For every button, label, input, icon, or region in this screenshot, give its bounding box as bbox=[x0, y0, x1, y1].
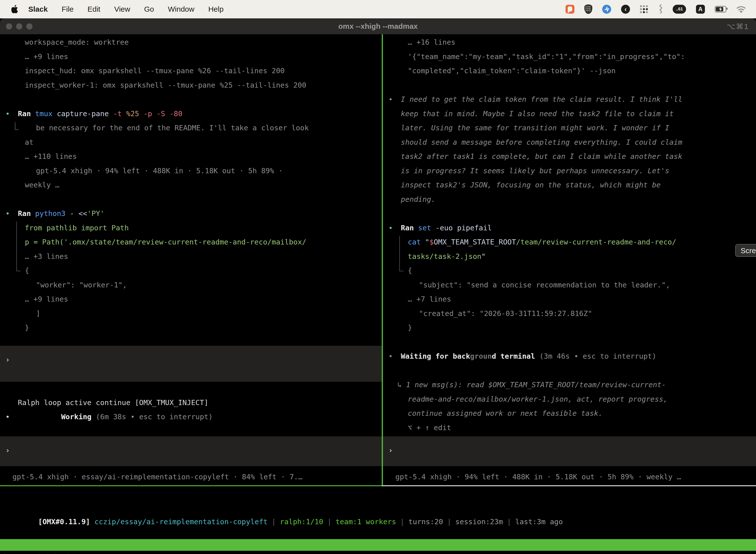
output-connector bbox=[399, 236, 403, 271]
terminal-line: should send a message before completing … bbox=[383, 135, 756, 150]
terminal-line: { bbox=[0, 264, 382, 278]
terminal-line: •Ran python3 - <<'PY' bbox=[0, 207, 382, 221]
omx-ralph: ralph:1/10 bbox=[280, 517, 323, 526]
prompt-input-line[interactable]: › Improve documentation in @filename bbox=[0, 443, 382, 458]
chevron-prompt-icon: › bbox=[5, 443, 10, 458]
terminal-line: "subject": "send a concise recommendatio… bbox=[383, 278, 756, 292]
working-label: Working bbox=[44, 410, 91, 424]
terminal-line: workspace_mode: worktree bbox=[0, 35, 382, 50]
terminal-line: tasks/task-2.json" bbox=[383, 250, 756, 264]
bullet-icon: • bbox=[388, 349, 393, 364]
terminal-line: weekly … bbox=[0, 178, 382, 192]
menu-item-slack[interactable]: Slack bbox=[28, 5, 48, 13]
screen: SlackFileEditViewGoWindowHelp ‹ ..61 A bbox=[0, 0, 756, 554]
terminal-content: workspace_mode: worktree… +9 linesinspec… bbox=[0, 34, 756, 554]
chevron-prompt-icon: › bbox=[5, 353, 10, 367]
speed-zap-icon[interactable] bbox=[602, 5, 611, 14]
working-detail: (6m 38s • esc to interrupt) bbox=[91, 412, 213, 421]
terminal-line: ↳ 1 new msg(s): read $OMX_TEAM_STATE_ROO… bbox=[383, 378, 756, 392]
working-bullet: • bbox=[5, 410, 10, 424]
terminal-line: pending. bbox=[383, 192, 756, 207]
omx-last: last:3m ago bbox=[515, 517, 563, 526]
tmux-session-name: [omx-cczip0:bash* bbox=[2, 551, 76, 554]
wifi-icon[interactable] bbox=[736, 5, 746, 13]
menu-item-help[interactable]: Help bbox=[208, 5, 224, 13]
terminal-line: from pathlib import Path bbox=[0, 221, 382, 235]
terminal-line: ] bbox=[0, 307, 382, 321]
terminal-line: •Ran set -euo pipefail bbox=[383, 221, 756, 235]
terminal-line: "completed","claim_token":"claim-token"}… bbox=[383, 64, 756, 78]
prompt-input-band[interactable]: › Improve documentation in @filename bbox=[0, 436, 382, 466]
terminal-line: be necessary for the end of the README. … bbox=[0, 121, 382, 135]
timer-badge-icon[interactable]: ..61 bbox=[673, 5, 686, 14]
macos-menu-bar: SlackFileEditViewGoWindowHelp ‹ ..61 A bbox=[0, 0, 756, 18]
output-corner-icon bbox=[15, 122, 19, 130]
suggestion-line[interactable]: › Explain this codebase bbox=[383, 443, 756, 458]
window-title: omx --xhigh --madmax bbox=[0, 18, 756, 34]
terminal-blank-line bbox=[383, 207, 756, 221]
omx-version: [OMX#0.11.9] bbox=[38, 517, 94, 526]
inject-notice-band: › Ralph loop active continue [OMX_TMUX_I… bbox=[0, 346, 382, 382]
window-shortcut-badge: ⌥⌘1 bbox=[727, 18, 749, 34]
terminal-line: ⌥ + ↑ edit bbox=[383, 421, 756, 435]
active-pane-border bbox=[0, 485, 382, 486]
terminal-line: } bbox=[0, 321, 382, 335]
menu-item-file[interactable]: File bbox=[62, 5, 73, 13]
terminal-line: •Ran tmux capture-pane -t %25 -p -S -80 bbox=[0, 107, 382, 121]
a-square-icon[interactable]: A bbox=[696, 5, 705, 14]
terminal-blank-line bbox=[383, 335, 756, 349]
terminal-line: •Waiting for background terminal (3m 46s… bbox=[383, 349, 756, 364]
terminal-line: inspect_worker-1: omx sparkshell --tmux-… bbox=[0, 78, 382, 93]
apple-icon[interactable] bbox=[11, 5, 19, 14]
shield-icon[interactable] bbox=[584, 4, 592, 14]
chevron-circle-icon[interactable]: ‹ bbox=[621, 5, 630, 14]
terminal-blank-line bbox=[0, 92, 382, 107]
tmux-pane-left[interactable]: workspace_mode: worktree… +9 linesinspec… bbox=[0, 34, 382, 485]
window-title-bar: omx --xhigh --madmax ⌥⌘1 bbox=[0, 18, 756, 34]
bullet-icon: • bbox=[5, 207, 10, 221]
bullet-icon: • bbox=[388, 92, 393, 107]
tmux-pane-right[interactable]: … +16 lines'{"team_name":"my-team","task… bbox=[383, 34, 756, 485]
omx-session: session:23m bbox=[455, 517, 503, 526]
terminal-blank-line bbox=[0, 192, 382, 207]
bullet-icon: • bbox=[388, 221, 393, 235]
terminal-line: p = Path('.omx/state/team/review-current… bbox=[0, 235, 382, 250]
output-connector bbox=[16, 222, 20, 271]
menu-status-icons: ‹ ..61 A bbox=[566, 0, 746, 18]
battery-charging-icon[interactable] bbox=[715, 6, 726, 12]
suggestion-band[interactable]: › Explain this codebase bbox=[383, 436, 756, 466]
omx-team: team:1 workers bbox=[335, 517, 396, 526]
chevron-prompt-icon: › bbox=[388, 443, 393, 458]
screen-notification-tooltip: Scre bbox=[735, 244, 756, 257]
terminal-line: inspect_hud: omx sparkshell --tmux-pane … bbox=[0, 64, 382, 78]
inject-notice-line: › Ralph loop active continue [OMX_TMUX_I… bbox=[0, 353, 382, 367]
model-status-line: gpt-5.4 xhigh · 94% left · 488K in · 5.1… bbox=[383, 470, 756, 484]
terminal-line: } bbox=[383, 321, 756, 335]
terminal-window: omx --xhigh --madmax ⌥⌘1 workspace_mode:… bbox=[0, 18, 756, 554]
working-status-line: •Working (6m 38s • esc to interrupt) bbox=[0, 395, 382, 410]
terminal-line: later. Using the same for transition mig… bbox=[383, 121, 756, 135]
model-status-line: gpt-5.4 xhigh · essay/ai-reimplementatio… bbox=[0, 470, 382, 484]
terminal-line: "created_at": "2026-03-31T11:59:27.816Z" bbox=[383, 307, 756, 321]
menu-item-edit[interactable]: Edit bbox=[87, 5, 101, 13]
terminal-line: … +110 lines bbox=[0, 150, 382, 164]
terminal-line: continue assigned work or next feasible … bbox=[383, 406, 756, 421]
terminal-line: •I need to get the claim token from the … bbox=[383, 92, 756, 107]
terminal-line: keep that in mind. Maybe I also need the… bbox=[383, 107, 756, 121]
omx-status-bar: [OMX#0.11.9] cczip/essay/ai-reimplementa… bbox=[0, 500, 756, 515]
terminal-line: gpt-5.4 xhigh · 94% left · 488K in · 5.1… bbox=[0, 164, 382, 178]
menu-item-view[interactable]: View bbox=[114, 5, 130, 13]
terminal-line: task2 after task1 is complete, but can I… bbox=[383, 150, 756, 164]
terminal-blank-line bbox=[383, 364, 756, 378]
menu-item-window[interactable]: Window bbox=[168, 5, 194, 13]
omx-repo: cczip/essay/ai-reimplementation-copyleft bbox=[94, 517, 268, 526]
menu-item-go[interactable]: Go bbox=[144, 5, 154, 13]
inactive-pane-border bbox=[382, 485, 756, 486]
terminal-line: … +3 lines bbox=[0, 250, 382, 264]
terminal-line: inspect task2's JSON, focusing on the st… bbox=[383, 178, 756, 192]
chat-app-icon[interactable] bbox=[566, 5, 574, 14]
squiggle-icon[interactable] bbox=[658, 4, 663, 14]
terminal-line: readme-and-reco/mailbox/worker-1.json, a… bbox=[383, 392, 756, 406]
terminal-line: cat "$OMX_TEAM_STATE_ROOT/team/review-cu… bbox=[383, 235, 756, 250]
dots-grid-icon[interactable] bbox=[640, 5, 648, 13]
